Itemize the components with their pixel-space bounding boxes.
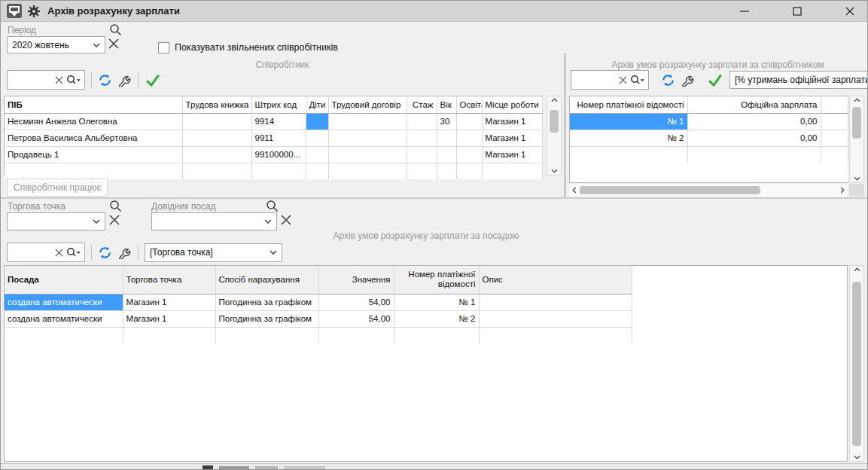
empty-row [5, 163, 542, 179]
position-salary-search-input[interactable] [8, 245, 55, 260]
table-row[interactable]: создана автоматически Магазин 1 Погодинн… [5, 294, 632, 310]
table-header-row: Номер платіжної відомості Офіційна зарпл… [570, 96, 848, 113]
scrollbar-corner [849, 184, 864, 197]
column-header[interactable]: Трудовий договір [328, 96, 407, 113]
period-clear-icon[interactable] [108, 38, 120, 50]
positions-clear-icon[interactable] [280, 214, 292, 226]
selected-cell[interactable]: создана автоматически [5, 294, 123, 310]
search-clear-icon[interactable] [619, 76, 627, 84]
maximize-button[interactable] [784, 2, 810, 21]
titlebar: Архів розрахунку зарплати [1, 1, 867, 22]
refresh-icon[interactable] [98, 73, 112, 87]
column-header[interactable]: Торгова точка [123, 266, 215, 294]
table-header-row: ПІБ Трудова книжка Штрих код Діти Трудов… [5, 96, 542, 113]
positions-search-icon[interactable] [266, 200, 279, 212]
table-row[interactable]: Продавець 199100000...Магазин 1 [5, 146, 542, 163]
search-clear-icon[interactable] [55, 249, 63, 257]
period-label: Період [8, 25, 36, 35]
column-header[interactable]: Номер платіжної відомості [394, 266, 479, 294]
shop-clear-icon[interactable] [108, 214, 120, 226]
close-button[interactable] [837, 2, 863, 21]
app-icon [7, 4, 22, 18]
search-mode-icon[interactable] [627, 75, 648, 85]
employee-salary-search-box [571, 70, 649, 90]
column-header[interactable]: Освіта [456, 96, 482, 113]
search-clear-icon[interactable] [55, 76, 63, 84]
position-salary-vertical-scrollbar[interactable] [849, 265, 864, 462]
position-salary-section-title: Архів умов розрахунку зарплати за посадо… [1, 230, 851, 241]
period-search-icon[interactable] [109, 23, 122, 36]
chevron-down-icon [88, 219, 105, 224]
app-window: Архів розрахунку зарплати Період 2020 жо… [0, 0, 868, 470]
chevron-down-icon [88, 43, 105, 47]
column-header[interactable]: ПІБ [5, 96, 182, 113]
employees-search-input[interactable] [8, 72, 55, 87]
employee-works-tab[interactable]: Співробітник працює [7, 179, 108, 197]
employees-table: ПІБ Трудова книжка Штрих код Діти Трудов… [4, 96, 543, 175]
search-mode-icon[interactable] [63, 247, 84, 258]
salary-type-combobox[interactable]: [% утримань офіційної зарплати] [729, 71, 868, 89]
column-header[interactable]: Офіційна зарплата [687, 96, 821, 113]
column-header[interactable]: Спосіб нарахування [215, 266, 318, 294]
column-header[interactable]: Вік [437, 96, 456, 113]
chevron-down-icon [265, 250, 282, 255]
employees-section-title: Співробітник [1, 60, 564, 70]
employee-salary-vertical-scrollbar[interactable] [849, 96, 864, 183]
scrollbar-thumb[interactable] [852, 282, 861, 446]
shop-search-icon[interactable] [109, 200, 122, 212]
column-header[interactable]: Опис [479, 266, 632, 294]
column-header[interactable]: Номер платіжної відомості [570, 96, 687, 113]
shop-label: Торгова точка [8, 201, 65, 212]
table-row[interactable]: № 2 0,00 [570, 130, 848, 146]
gear-icon [28, 5, 40, 17]
table-row[interactable]: Несмиян Анжела Олеговна9914 30Магазин 1 [5, 113, 542, 130]
employee-salary-horizontal-scrollbar[interactable] [569, 184, 848, 197]
employee-salary-section-title: Архів умов розрахунку зарплати за співро… [567, 60, 868, 70]
scroll-right-icon [840, 187, 845, 194]
shop-filter-combobox[interactable]: [Торгова точка] [145, 243, 282, 262]
position-salary-search-box [7, 243, 85, 262]
scrollbar-thumb[interactable] [852, 107, 861, 139]
scrollbar-thumb[interactable] [580, 186, 760, 194]
column-header[interactable]: Трудова книжка [182, 96, 251, 113]
employee-salary-search-input[interactable] [571, 72, 619, 87]
background-window-edge [1, 463, 868, 470]
show-fired-checkbox[interactable] [158, 42, 169, 53]
column-header [821, 96, 848, 113]
table-row[interactable]: № 1 0,00 [570, 113, 848, 130]
column-header[interactable]: Штрих код [251, 96, 306, 113]
wrench-icon[interactable] [681, 73, 695, 87]
apply-check-icon[interactable] [145, 73, 161, 87]
column-header[interactable]: Стаж [407, 96, 437, 113]
scroll-down-icon [854, 455, 860, 459]
window-title: Архів розрахунку зарплати [47, 5, 180, 17]
column-header[interactable]: Посада [5, 266, 123, 294]
period-combobox[interactable]: 2020 жовтень [7, 36, 105, 53]
positions-combobox[interactable] [151, 212, 277, 230]
column-header[interactable]: Діти [306, 96, 328, 113]
empty-row [5, 327, 632, 343]
table-row[interactable]: создана автоматически Магазин 1 Погодинн… [5, 310, 632, 327]
minimize-button[interactable] [732, 2, 757, 21]
selected-cell[interactable]: № 1 [570, 113, 687, 130]
apply-check-icon[interactable] [707, 73, 723, 87]
scroll-down-icon [551, 169, 558, 173]
refresh-icon[interactable] [661, 73, 675, 87]
selected-cell[interactable] [306, 113, 328, 130]
refresh-icon[interactable] [98, 246, 112, 260]
search-mode-icon[interactable] [63, 75, 84, 85]
table-row[interactable]: Петрова Василиса Альбертовна9911Магазин … [5, 130, 542, 146]
shop-combobox[interactable] [7, 212, 105, 230]
wrench-icon[interactable] [118, 73, 132, 87]
vertical-splitter[interactable] [564, 53, 566, 198]
wrench-icon[interactable] [118, 246, 132, 259]
column-header[interactable]: Місце роботи [482, 96, 542, 113]
scrollbar-thumb[interactable] [550, 110, 559, 133]
employees-vertical-scrollbar[interactable] [547, 96, 562, 175]
horizontal-splitter[interactable] [1, 197, 868, 199]
empty-row [570, 146, 848, 163]
column-header[interactable]: Значення [318, 266, 394, 294]
chevron-down-icon [260, 219, 276, 224]
employees-search-box [7, 70, 85, 90]
employee-salary-table: Номер платіжної відомості Офіційна зарпл… [569, 96, 848, 183]
